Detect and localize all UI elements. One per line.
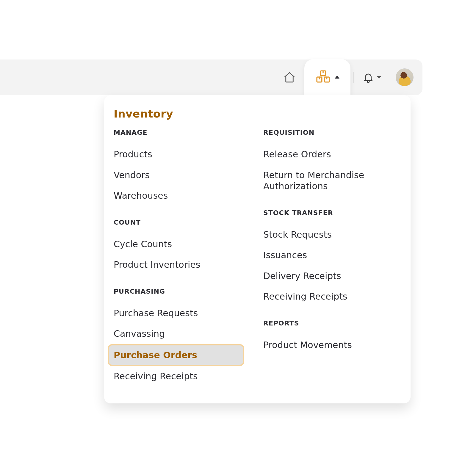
menu-item-issuances[interactable]: Issuances [263, 245, 401, 266]
notifications-button[interactable] [357, 72, 387, 83]
menu-item-canvassing[interactable]: Canvassing [114, 323, 251, 344]
caret-down-icon [377, 76, 381, 79]
group-heading: COUNT [114, 219, 251, 226]
avatar [396, 68, 414, 86]
boxes-icon [316, 70, 331, 84]
menu-item-release-orders[interactable]: Release Orders [263, 144, 401, 165]
menu-right-column: REQUISITION Release Orders Return to Mer… [263, 129, 401, 387]
group-heading: STOCK TRANSFER [263, 209, 401, 217]
topbar [0, 60, 422, 95]
menu-left-column: MANAGE Products Vendors Warehouses COUNT… [114, 129, 251, 387]
menu-item-purchase-orders[interactable]: Purchase Orders [108, 344, 244, 366]
menu-item-vendors[interactable]: Vendors [114, 165, 251, 186]
menu-item-product-inventories[interactable]: Product Inventories [114, 254, 251, 275]
topbar-divider [353, 72, 354, 83]
bell-icon [363, 72, 374, 83]
caret-up-icon [335, 76, 339, 79]
group-reports: REPORTS Product Movements [263, 320, 401, 356]
menu-item-product-movements[interactable]: Product Movements [263, 335, 401, 356]
menu-item-return-merchandise[interactable]: Return to Merchandise Authorizations [263, 165, 401, 197]
group-heading: PURCHASING [114, 288, 251, 295]
menu-item-warehouses[interactable]: Warehouses [114, 185, 251, 206]
menu-item-stock-requests[interactable]: Stock Requests [263, 224, 401, 245]
group-heading: REQUISITION [263, 129, 401, 136]
menu-item-products[interactable]: Products [114, 144, 251, 165]
group-requisition: REQUISITION Release Orders Return to Mer… [263, 129, 401, 197]
group-count: COUNT Cycle Counts Product Inventories [114, 219, 251, 275]
profile-button[interactable] [387, 68, 422, 86]
menu-item-receiving-receipts[interactable]: Receiving Receipts [114, 366, 251, 387]
menu-item-receiving-receipts-st[interactable]: Receiving Receipts [263, 286, 401, 307]
group-heading: MANAGE [114, 129, 251, 136]
group-stock-transfer: STOCK TRANSFER Stock Requests Issuances … [263, 209, 401, 307]
home-button[interactable] [275, 60, 304, 95]
group-manage: MANAGE Products Vendors Warehouses [114, 129, 251, 206]
home-icon [283, 71, 296, 84]
menu-item-purchase-requests[interactable]: Purchase Requests [114, 303, 251, 324]
inventory-dropdown-panel: Inventory MANAGE Products Vendors Wareho… [104, 95, 411, 403]
menu-item-cycle-counts[interactable]: Cycle Counts [114, 234, 251, 255]
group-purchasing: PURCHASING Purchase Requests Canvassing … [114, 288, 251, 387]
inventory-nav-button[interactable] [304, 59, 350, 95]
menu-item-delivery-receipts[interactable]: Delivery Receipts [263, 266, 401, 286]
group-heading: REPORTS [263, 320, 401, 327]
panel-title: Inventory [114, 108, 401, 120]
